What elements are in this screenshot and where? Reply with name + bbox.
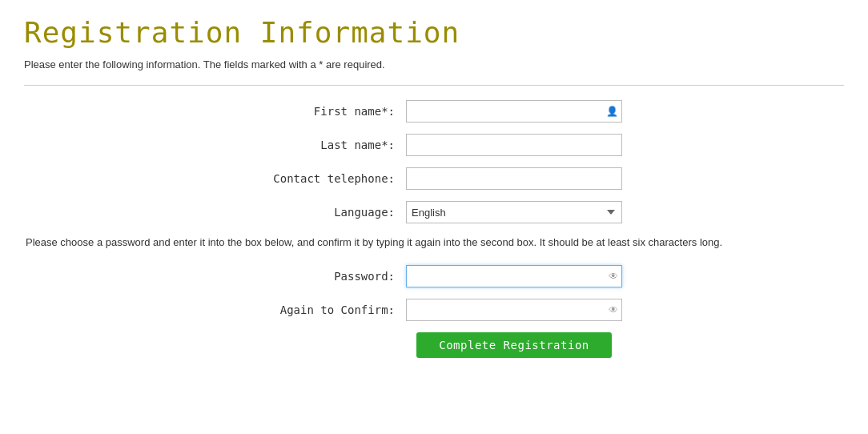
language-label: Language: [246, 206, 406, 219]
last-name-label: Last name*: [246, 139, 406, 151]
last-name-row: Last name*: [24, 134, 844, 156]
password-row: Password: 👁 [24, 265, 844, 287]
last-name-input[interactable] [406, 134, 622, 156]
confirm-label: Again to Confirm: [246, 303, 406, 316]
telephone-wrapper [406, 167, 622, 190]
password-wrapper: 👁 [406, 265, 622, 287]
telephone-label: Contact telephone: [246, 172, 406, 185]
first-name-wrapper: 👤 [406, 100, 622, 123]
telephone-input[interactable] [406, 167, 622, 190]
first-name-input[interactable] [406, 100, 622, 123]
divider [24, 85, 844, 86]
language-wrapper: English French Spanish German Chinese [406, 201, 622, 223]
language-row: Language: English French Spanish German … [24, 201, 844, 223]
telephone-row: Contact telephone: [24, 167, 844, 190]
complete-registration-button[interactable]: Complete Registration [416, 332, 612, 358]
page-title: Registration Information [24, 16, 844, 49]
first-name-label: First name*: [246, 105, 406, 118]
confirm-wrapper: 👁 [406, 299, 622, 321]
intro-text: Please enter the following information. … [24, 58, 844, 70]
submit-row: Complete Registration [24, 332, 844, 358]
confirm-row: Again to Confirm: 👁 [24, 299, 844, 321]
language-select[interactable]: English French Spanish German Chinese [406, 201, 622, 223]
password-label: Password: [246, 270, 406, 283]
confirm-input[interactable] [406, 299, 622, 321]
first-name-row: First name*: 👤 [24, 100, 844, 123]
password-input[interactable] [406, 265, 622, 287]
password-section: Password: 👁 Again to Confirm: 👁 Complete… [24, 265, 844, 358]
last-name-wrapper [406, 134, 622, 156]
password-note: Please choose a password and enter it in… [24, 235, 844, 251]
basic-info-section: First name*: 👤 Last name*: Contact telep… [24, 100, 844, 223]
